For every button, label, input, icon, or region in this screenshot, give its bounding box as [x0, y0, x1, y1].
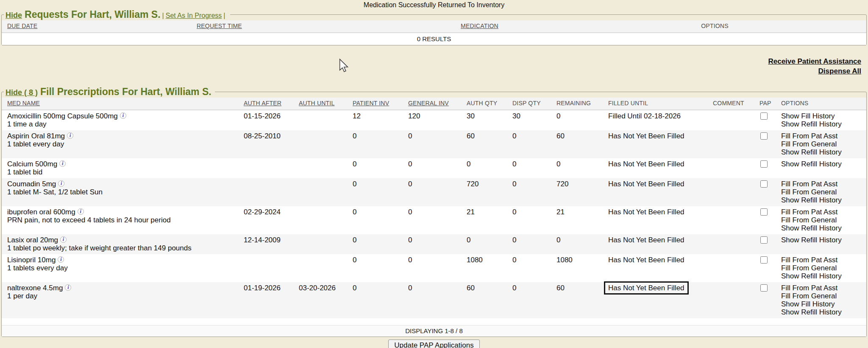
filled-until-text: Has Not Yet Been Filled	[608, 160, 684, 168]
option-show-refill-history[interactable]: Show Refill History	[781, 224, 864, 232]
info-icon[interactable]: i	[78, 208, 84, 215]
cell-remaining: 21	[556, 208, 608, 232]
legend-separator: |	[223, 12, 225, 19]
cell-auth-until	[299, 132, 353, 156]
cell-auth-after	[244, 160, 299, 176]
prescription-row: Lasix oral 20mgi 1 tablet po weekly; tak…	[2, 234, 866, 254]
cell-disp-qty: 0	[512, 132, 556, 156]
med-sig: 1 time a day	[7, 120, 241, 128]
option-fill-from-pat-asst[interactable]: Fill From Pat Asst	[781, 208, 864, 216]
column-filled-until: FILLED UNTIL	[608, 100, 713, 107]
option-show-fill-history[interactable]: Show Fill History	[781, 300, 864, 308]
option-fill-from-pat-asst[interactable]: Fill From Pat Asst	[781, 256, 864, 264]
pap-checkbox[interactable]	[760, 208, 768, 216]
cell-auth-until	[299, 208, 353, 232]
dispense-all-link[interactable]: Dispense All	[0, 66, 861, 76]
pap-checkbox[interactable]	[760, 180, 768, 188]
cell-disp-qty: 0	[512, 284, 556, 316]
pap-checkbox[interactable]	[760, 284, 768, 292]
column-auth-after[interactable]: AUTH AFTER	[244, 100, 299, 107]
pap-checkbox[interactable]	[760, 132, 768, 140]
cell-disp-qty: 0	[512, 180, 556, 204]
cell-comment	[713, 160, 760, 176]
cell-general-inv: 0	[408, 132, 467, 156]
cell-auth-until	[299, 160, 353, 176]
cell-patient-inv: 0	[353, 208, 408, 232]
info-icon[interactable]: i	[58, 256, 64, 263]
option-show-refill-history[interactable]: Show Refill History	[781, 272, 864, 280]
cell-general-inv: 0	[408, 160, 467, 176]
column-patient-inv[interactable]: PATIENT INV	[353, 100, 408, 107]
cell-remaining: 1080	[556, 256, 608, 280]
filled-until-text: Has Not Yet Been Filled	[608, 256, 684, 264]
column-med-name[interactable]: MED NAME	[7, 100, 244, 107]
pap-checkbox[interactable]	[760, 236, 768, 244]
column-request-time[interactable]: REQUEST TIME	[197, 22, 396, 29]
pap-checkbox[interactable]	[760, 160, 768, 168]
cell-auth-after: 12-14-2009	[244, 236, 299, 252]
cell-comment	[713, 112, 760, 128]
cell-filled-until: Has Not Yet Been Filled	[608, 208, 713, 232]
info-icon[interactable]: i	[58, 180, 64, 187]
cell-options: Fill From Pat Asst Fill From General Sho…	[781, 208, 866, 232]
info-icon[interactable]: i	[60, 236, 67, 243]
option-fill-from-general[interactable]: Fill From General	[781, 292, 864, 300]
option-fill-from-pat-asst[interactable]: Fill From Pat Asst	[781, 180, 864, 188]
cell-filled-until: Has Not Yet Been Filled	[608, 132, 713, 156]
set-as-in-progress-link[interactable]: Set As In Progress	[166, 12, 222, 19]
prescriptions-hide-link[interactable]: Hide ( 8 )	[6, 88, 38, 97]
option-fill-from-general[interactable]: Fill From General	[781, 264, 864, 272]
column-due-date[interactable]: DUE DATE	[7, 22, 197, 29]
info-icon[interactable]: i	[67, 132, 73, 139]
cell-auth-until	[299, 236, 353, 252]
info-icon[interactable]: i	[120, 112, 126, 119]
option-fill-from-pat-asst[interactable]: Fill From Pat Asst	[781, 284, 864, 292]
cell-patient-inv: 0	[353, 132, 408, 156]
cell-general-inv: 0	[408, 236, 467, 252]
info-icon[interactable]: i	[59, 160, 66, 167]
cell-remaining: 0	[556, 160, 608, 176]
action-links: Receive Patient Assistance Dispense All	[0, 45, 868, 76]
column-disp-qty: DISP QTY	[512, 100, 556, 107]
column-general-inv[interactable]: GENERAL INV	[408, 100, 467, 107]
cell-remaining: 720	[556, 180, 608, 204]
pap-checkbox[interactable]	[760, 112, 768, 120]
option-fill-from-general[interactable]: Fill From General	[781, 188, 864, 196]
option-show-fill-history[interactable]: Show Fill History	[781, 112, 864, 120]
column-auth-until[interactable]: AUTH UNTIL	[299, 100, 353, 107]
med-sig: 1 per day	[7, 292, 241, 300]
prescriptions-legend: Hide ( 8 )Fill Prescriptions For Hart, W…	[4, 86, 215, 98]
med-name: Lisinopril 10mg	[7, 256, 56, 264]
requests-title: Requests For Hart, William S.	[25, 9, 161, 20]
option-fill-from-pat-asst[interactable]: Fill From Pat Asst	[781, 132, 864, 140]
update-pap-applications-button[interactable]: Update PAP Applications	[388, 340, 479, 348]
pap-checkbox[interactable]	[760, 256, 768, 264]
option-fill-from-general[interactable]: Fill From General	[781, 140, 864, 148]
cell-patient-inv: 0	[353, 160, 408, 176]
prescription-row: Lisinopril 10mgi 1 tablets every day 0 0…	[2, 254, 866, 282]
cell-auth-qty: 0	[467, 160, 512, 176]
cell-auth-after: 08-25-2010	[244, 132, 299, 156]
option-show-refill-history[interactable]: Show Refill History	[781, 196, 864, 204]
requests-hide-link[interactable]: Hide	[6, 11, 22, 20]
option-show-refill-history[interactable]: Show Refill History	[781, 120, 864, 128]
option-show-refill-history[interactable]: Show Refill History	[781, 236, 864, 244]
option-show-refill-history[interactable]: Show Refill History	[781, 148, 864, 156]
cell-filled-until: Has Not Yet Been Filled	[608, 256, 713, 280]
cell-comment	[713, 284, 760, 316]
info-icon[interactable]: i	[65, 284, 71, 291]
cell-patient-inv: 0	[353, 256, 408, 280]
column-auth-qty: AUTH QTY	[467, 100, 512, 107]
cell-general-inv: 0	[408, 180, 467, 204]
filled-until-text: Filled Until 02-18-2026	[608, 112, 681, 120]
option-show-refill-history[interactable]: Show Refill History	[781, 160, 864, 168]
option-show-refill-history[interactable]: Show Refill History	[781, 308, 864, 316]
receive-patient-assistance-link[interactable]: Receive Patient Assistance	[0, 56, 861, 66]
option-fill-from-general[interactable]: Fill From General	[781, 216, 864, 224]
cell-general-inv: 0	[408, 208, 467, 232]
column-medication[interactable]: MEDICATION	[396, 22, 563, 29]
cell-disp-qty: 0	[512, 256, 556, 280]
med-sig: 1 tablets every day	[7, 264, 241, 272]
column-remaining: REMAINING	[556, 100, 608, 107]
filled-until-text: Has Not Yet Been Filled	[608, 180, 684, 188]
